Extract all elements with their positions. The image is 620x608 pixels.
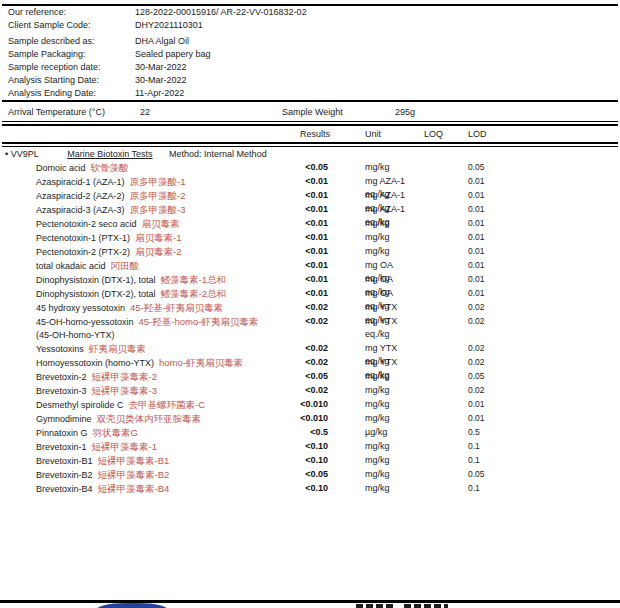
lod-value: 0.01 xyxy=(468,287,485,300)
column-header-lod: LOD xyxy=(468,128,487,141)
analyte-row: Pectenotoxin-2 (PTX-2)扇贝毒素-2 <0.01 mg/kg… xyxy=(0,245,620,259)
sample-weight-label: Sample Weight xyxy=(282,106,343,119)
unit-value: mg/kg xyxy=(365,482,460,495)
analyte-name-cn: 原多甲藻酸-2 xyxy=(130,190,186,201)
analyte-name-cn: 原多甲藻酸-1 xyxy=(130,176,186,187)
result-value: <0.010 xyxy=(238,412,328,425)
post-header-rule-thick xyxy=(2,142,618,144)
analyte-name-cn: 鳍藻毒素-1总和 xyxy=(161,274,226,285)
info-label: Analysis Ending Date: xyxy=(8,87,135,100)
arrival-temp-label: Arrival Temperature (°C) xyxy=(8,106,105,119)
result-value: <0.01 xyxy=(238,189,328,202)
analyte-name: Domoic acid xyxy=(36,163,86,173)
info-row: Our reference:128-2022-00015916/ AR-22-V… xyxy=(8,6,616,19)
result-value: <0.02 xyxy=(238,356,328,369)
result-value: <0.05 xyxy=(238,370,328,383)
lod-value: 0.05 xyxy=(468,370,485,383)
result-value: <0.01 xyxy=(238,245,328,258)
analyte-row: Gymnodimine双壳贝类体内环亚胺毒素 <0.010 mg/kg 0.01 xyxy=(0,412,620,426)
lod-value: 0.1 xyxy=(468,440,480,453)
unit-value: mg/kg xyxy=(365,245,460,258)
analyte-name: Pinnatoxin G xyxy=(36,428,88,438)
analyte-name-line2: (45-OH-homo-YTX) xyxy=(36,329,620,342)
lod-value: 0.05 xyxy=(468,161,485,174)
unit-value: mg/kg xyxy=(365,454,460,467)
unit-value: mg/kg xyxy=(365,384,460,397)
lod-value: 0.1 xyxy=(468,482,480,495)
analyte-row: 45 hydroxy yessotoxin45-羟基-虾夷扇贝毒素 <0.02 … xyxy=(0,301,620,315)
lod-value: 0.05 xyxy=(468,468,485,481)
info-label: Sample Packaging: xyxy=(8,48,135,61)
report-page: Our reference:128-2022-00015916/ AR-22-V… xyxy=(0,0,620,608)
analyte-row: Dinophysistoxin (DTX-1), total鳍藻毒素-1总和 <… xyxy=(0,273,620,287)
analyte-name-cn: 短裸甲藻毒素-B2 xyxy=(98,469,170,480)
analyte-name-cn: 短裸甲藻毒素-B1 xyxy=(98,455,170,466)
column-header-loq: LOQ xyxy=(424,128,443,141)
analyte-row: Brevetoxin-B2短裸甲藻毒素-B2 <0.05 mg/kg 0.05 xyxy=(0,468,620,482)
bottom-rule xyxy=(0,600,620,603)
info-row: Sample described as:DHA Algal Oil xyxy=(8,35,616,48)
lod-value: 0.01 xyxy=(468,175,485,188)
analyte-name-cn: 短裸甲藻毒素-3 xyxy=(92,385,157,396)
table-header-row: Results Unit LOQ LOD xyxy=(0,128,620,141)
result-value: <0.01 xyxy=(238,175,328,188)
result-value: <0.01 xyxy=(238,273,328,286)
lod-value: 0.02 xyxy=(468,315,485,328)
sample-info-block: Our reference:128-2022-00015916/ AR-22-V… xyxy=(8,6,616,100)
analyte-name: Desmethyl spirolide C xyxy=(36,400,124,410)
analyte-row: 45-OH-homo-yessotoxin45-羟基-homo-虾夷扇贝毒素 (… xyxy=(0,315,620,342)
info-value: DHY2021110301 xyxy=(135,20,203,30)
analyte-name: Brevetoxin-B1 xyxy=(36,456,93,466)
unit-value: mg/kg xyxy=(365,398,460,411)
lod-value: 0.01 xyxy=(468,273,485,286)
lod-value: 0.01 xyxy=(468,203,485,216)
sample-weight-value: 295g xyxy=(395,106,415,119)
analyte-row: Yessotoxins虾夷扇贝毒素 <0.02 mg YTXeq./kg 0.0… xyxy=(0,342,620,356)
analyte-row: Brevetoxin-2短裸甲藻毒素-2 <0.05 mg/kg 0.05 xyxy=(0,370,620,384)
unit-value: mg/kg xyxy=(365,440,460,453)
analyte-rows: Domoic acid软骨藻酸 <0.05 mg/kg 0.05 Azaspir… xyxy=(0,161,620,496)
result-value: <0.01 xyxy=(238,231,328,244)
info-value: 30-Mar-2022 xyxy=(135,75,187,85)
info-label: Our reference: xyxy=(8,6,135,19)
info-row: Analysis Starting Date:30-Mar-2022 xyxy=(8,74,616,87)
info-value: Sealed papery bag xyxy=(135,49,211,59)
analyte-row: Brevetoxin-1短裸甲藻毒素-1 <0.10 mg/kg 0.1 xyxy=(0,440,620,454)
result-value: <0.01 xyxy=(238,203,328,216)
analyte-name-cn: 扇贝毒素-2 xyxy=(135,246,181,257)
lod-value: 0.02 xyxy=(468,342,485,355)
result-value: <0.05 xyxy=(238,468,328,481)
result-value: <0.10 xyxy=(238,440,328,453)
analyte-row: Azaspiracid-3 (AZA-3)原多甲藻酸-3 <0.01 mg AZ… xyxy=(0,203,620,217)
result-value: <0.02 xyxy=(238,301,328,314)
lod-value: 0.1 xyxy=(468,454,480,467)
info-row: Sample Packaging:Sealed papery bag xyxy=(8,48,616,61)
result-value: <0.02 xyxy=(238,384,328,397)
lod-value: 0.01 xyxy=(468,412,485,425)
analyte-name: 45-OH-homo-yessotoxin xyxy=(36,317,134,327)
analyte-row: Brevetoxin-B1短裸甲藻毒素-B1 <0.10 mg/kg 0.1 xyxy=(0,454,620,468)
analyte-name-cn: 扇贝毒素 xyxy=(142,218,180,229)
analyte-name-cn: 原多甲藻酸-3 xyxy=(130,204,186,215)
info-row: Analysis Ending Date:11-Apr-2022 xyxy=(8,87,616,100)
info-row: Sample reception date:30-Mar-2022 xyxy=(8,61,616,74)
section-code: • VV9PL xyxy=(5,148,39,161)
analyte-name: Gymnodimine xyxy=(36,414,92,424)
analyte-name-cn: 冈田酸 xyxy=(111,260,140,271)
result-value: <0.02 xyxy=(238,315,328,328)
analyte-name: Brevetoxin-B4 xyxy=(36,484,93,494)
analyte-row: Pectenotoxin-2 seco acid扇贝毒素 <0.01 mg/kg… xyxy=(0,217,620,231)
arrival-temp-value: 22 xyxy=(140,106,150,119)
info-value: 11-Apr-2022 xyxy=(135,88,184,98)
analyte-name: Dinophysistoxin (DTX-1), total xyxy=(36,275,156,285)
result-value: <0.05 xyxy=(238,161,328,174)
analyte-name: Pectenotoxin-2 (PTX-2) xyxy=(36,247,130,257)
analyte-name: Brevetoxin-1 xyxy=(36,442,87,452)
analyte-row: Brevetoxin-3短裸甲藻毒素-3 <0.02 mg/kg 0.02 xyxy=(0,384,620,398)
analyte-name: Brevetoxin-2 xyxy=(36,372,87,382)
unit-value: mg/kg xyxy=(365,468,460,481)
unit-value: mg YTXeq./kg xyxy=(365,315,460,341)
cutoff-footer-text xyxy=(404,604,448,608)
analyte-name: Homoyessotoxin (homo-YTX) xyxy=(36,358,154,368)
info-label: Sample reception date: xyxy=(8,61,135,74)
